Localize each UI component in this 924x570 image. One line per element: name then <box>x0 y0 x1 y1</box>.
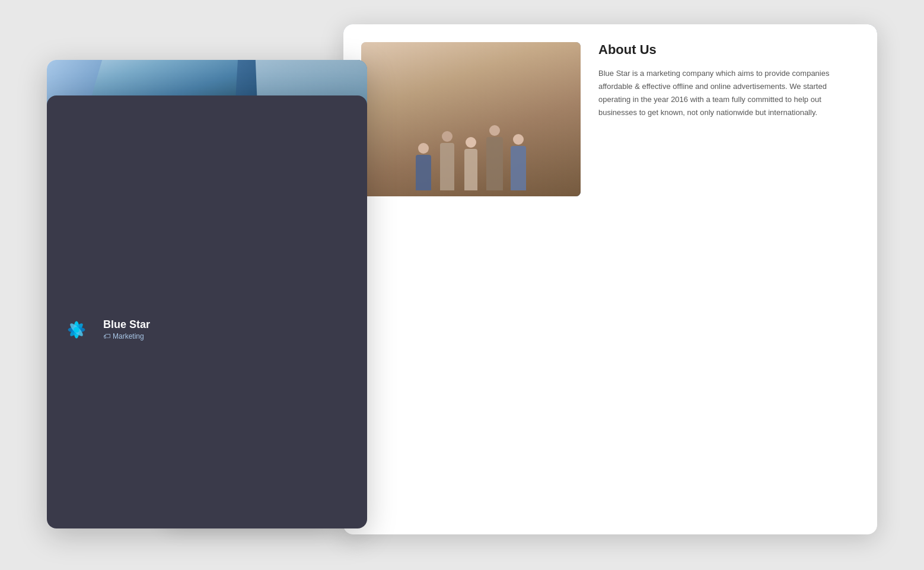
person-figure <box>413 143 434 190</box>
person-figure <box>485 125 505 190</box>
about-text: Blue Star is a marketing company which a… <box>598 67 859 119</box>
front-company-header: Blue Star 🏷 Marketing <box>47 95 367 528</box>
front-company-info: Blue Star 🏷 Marketing <box>103 319 150 340</box>
person-figure <box>461 137 482 190</box>
person-figure <box>437 131 458 190</box>
svg-point-9 <box>74 327 79 333</box>
person-figure <box>508 134 529 190</box>
front-bluestar-logo-icon <box>65 318 88 342</box>
back-card: bluestar Blue Star 🏷 Marketing Profile J… <box>343 24 877 534</box>
about-section: About Us Blue Star is a marketing compan… <box>598 42 859 517</box>
front-card: Blue Star 🏷 Marketing Profile Jobs 5 <box>47 60 367 528</box>
front-company-category: 🏷 Marketing <box>103 332 150 340</box>
back-content-area: About Us Blue Star is a marketing compan… <box>343 24 877 534</box>
front-tag-icon: 🏷 <box>103 332 110 340</box>
about-title: About Us <box>598 42 859 58</box>
office-photo-main <box>361 42 581 196</box>
front-logo-area <box>59 312 94 348</box>
front-company-name: Blue Star <box>103 319 150 331</box>
